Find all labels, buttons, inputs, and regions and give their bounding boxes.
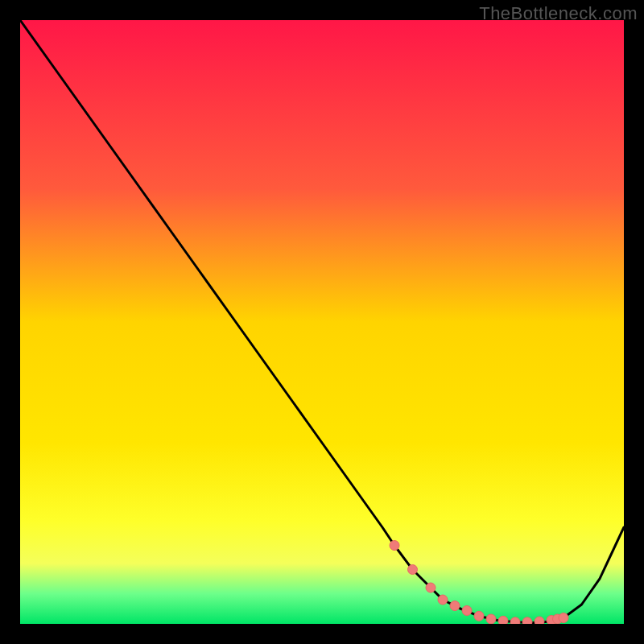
data-marker: [408, 565, 418, 575]
data-marker: [486, 614, 496, 624]
data-marker: [535, 617, 544, 624]
data-marker: [390, 541, 399, 551]
data-marker: [450, 601, 460, 611]
data-marker: [498, 616, 508, 624]
watermark-text: TheBottleneck.com: [479, 3, 638, 24]
plot-area: [20, 20, 624, 624]
chart-svg: [20, 20, 624, 624]
data-marker: [559, 613, 568, 623]
data-marker: [474, 611, 484, 621]
data-marker: [510, 617, 520, 624]
data-marker: [522, 617, 532, 624]
gradient-background: [20, 20, 624, 624]
data-marker: [426, 583, 436, 592]
data-marker: [462, 606, 472, 616]
chart-frame: TheBottleneck.com: [0, 0, 644, 644]
data-marker: [438, 595, 448, 605]
